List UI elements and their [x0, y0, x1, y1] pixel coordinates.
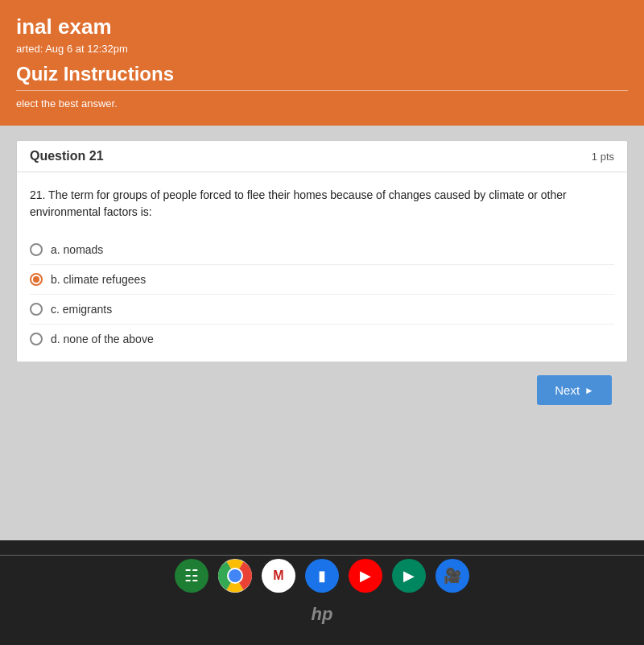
screen: inal exam arted: Aug 6 at 12:32pm Quiz I… — [0, 0, 644, 645]
youtube-icon-glyph: ▶ — [360, 567, 371, 585]
select-instruction-text: elect the best answer. — [16, 90, 628, 110]
option-b[interactable]: b. climate refugees — [30, 265, 614, 295]
option-a-label: a. nomads — [51, 243, 103, 256]
question-number: 21. — [30, 188, 45, 201]
option-d-label: d. none of the above — [51, 333, 154, 345]
question-label: Question 21 — [30, 149, 104, 163]
question-header: Question 21 1 pts — [17, 141, 627, 172]
options-list: a. nomads b. climate refugees c. emigran… — [30, 235, 614, 354]
next-btn-area: Next ► — [16, 362, 628, 413]
play-icon-glyph: ▶ — [403, 567, 415, 585]
question-card: Question 21 1 pts 21. The term for group… — [16, 140, 628, 362]
radio-c[interactable] — [30, 303, 43, 316]
radio-b-fill — [33, 276, 39, 283]
quiz-instructions-title: Quiz Instructions — [16, 63, 628, 85]
next-arrow-icon: ► — [584, 385, 594, 396]
hp-logo: hp — [312, 604, 333, 625]
taskbar-icons: ☷ M ▮ — [175, 559, 469, 593]
radio-b[interactable] — [30, 273, 43, 286]
taskbar-chrome-icon[interactable] — [218, 559, 252, 593]
taskbar: ☷ M ▮ — [0, 540, 644, 645]
radio-d[interactable] — [30, 333, 43, 345]
option-b-label: b. climate refugees — [51, 273, 146, 286]
files-icon-glyph: ☷ — [184, 566, 199, 585]
option-d[interactable]: d. none of the above — [30, 325, 614, 354]
next-label: Next — [555, 383, 580, 397]
taskbar-youtube-icon[interactable]: ▶ — [349, 559, 382, 593]
question-content: The term for groups of people forced to … — [30, 188, 567, 218]
option-c-label: c. emigrants — [51, 303, 112, 316]
camera-icon-glyph: 🎥 — [444, 567, 461, 585]
taskbar-divider — [0, 555, 644, 556]
drive-icon-glyph: ▮ — [318, 567, 326, 585]
question-body: 21. The term for groups of people forced… — [17, 172, 627, 362]
question-text: 21. The term for groups of people forced… — [30, 187, 614, 221]
option-c[interactable]: c. emigrants — [30, 295, 614, 325]
gmail-icon-glyph: M — [273, 569, 283, 583]
taskbar-drive-icon[interactable]: ▮ — [305, 559, 339, 593]
taskbar-files-icon[interactable]: ☷ — [175, 559, 208, 593]
points-label: 1 pts — [592, 151, 614, 163]
svg-point-2 — [229, 569, 242, 582]
started-text: arted: Aug 6 at 12:32pm — [16, 43, 628, 55]
next-button[interactable]: Next ► — [537, 375, 612, 405]
option-a[interactable]: a. nomads — [30, 235, 614, 265]
taskbar-camera-icon[interactable]: 🎥 — [436, 559, 469, 593]
taskbar-play-icon[interactable]: ▶ — [392, 559, 426, 593]
header-section: inal exam arted: Aug 6 at 12:32pm Quiz I… — [0, 0, 644, 126]
radio-a[interactable] — [30, 243, 43, 256]
chrome-svg — [218, 559, 252, 593]
exam-title: inal exam — [16, 14, 628, 39]
taskbar-gmail-icon[interactable]: M — [262, 559, 295, 593]
